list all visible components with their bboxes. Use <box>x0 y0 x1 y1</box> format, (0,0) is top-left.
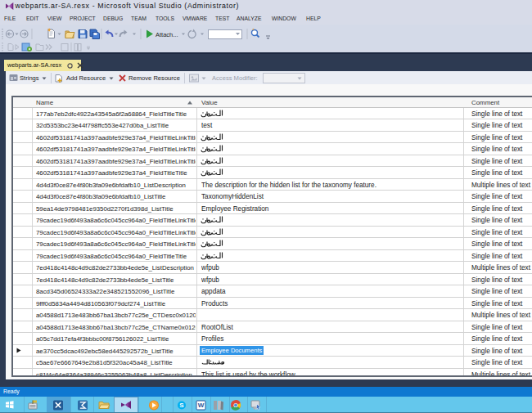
svg-text:W: W <box>198 402 205 409</box>
svg-text:Attach...: Attach... <box>156 31 178 38</box>
svg-text:S: S <box>179 402 184 409</box>
